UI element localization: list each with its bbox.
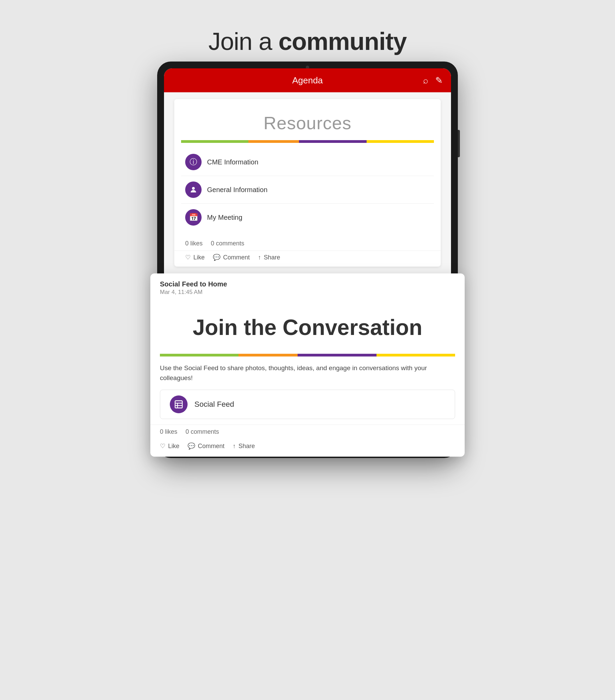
overlay-share-button[interactable]: ↑ Share [233, 442, 255, 450]
menu-item-general[interactable]: General Information [181, 176, 434, 204]
svg-rect-8 [175, 401, 183, 408]
share-button[interactable]: ↑ Share [258, 254, 280, 261]
overlay-action-row: ♡ Like 💬 Comment ↑ Share [150, 439, 465, 457]
overlay-comments-count: 0 comments [186, 428, 219, 436]
menu-item-cme[interactable]: ⓘ CME Information [181, 148, 434, 176]
overlay-color-yellow [377, 354, 455, 357]
resources-card: Resources ⓘ CME Information [174, 99, 441, 266]
resources-header: Resources [174, 99, 441, 140]
app-bar-icons: ⌕ ✎ [423, 75, 443, 86]
overlay-like-button[interactable]: ♡ Like [160, 442, 179, 450]
overlay-social-row: 0 likes 0 comments [150, 425, 465, 439]
overlay-color-green [160, 354, 238, 357]
overlay-comment-icon: 💬 [188, 442, 195, 450]
like-icon: ♡ [185, 254, 191, 261]
like-button[interactable]: ♡ Like [185, 254, 205, 261]
title-bold: community [278, 28, 406, 55]
comments-count: 0 comments [211, 240, 244, 247]
overlay-description: Use the Social Feed to share photos, tho… [150, 357, 465, 390]
share-label: Share [264, 254, 280, 261]
cme-icon: ⓘ [185, 154, 202, 170]
comment-button[interactable]: 💬 Comment [213, 254, 250, 261]
likes-count: 0 likes [185, 240, 203, 247]
overlay-like-label: Like [168, 442, 179, 450]
comment-label: Comment [223, 254, 250, 261]
like-label: Like [193, 254, 205, 261]
social-feed-overlay: Social Feed to Home Mar 4, 11:45 AM Join… [150, 273, 465, 457]
menu-item-meeting[interactable]: 📅 My Meeting [181, 204, 434, 231]
overlay-color-purple [298, 354, 376, 357]
overlay-like-icon: ♡ [160, 442, 165, 450]
overlay-hero: Join the Conversation [150, 298, 465, 354]
overlay-social-feed-item[interactable]: Social Feed [160, 390, 455, 419]
overlay-header: Social Feed to Home Mar 4, 11:45 AM [150, 273, 465, 298]
overlay-color-bar [160, 354, 455, 357]
social-row: 0 likes 0 comments [174, 237, 441, 251]
overlay-destination: Home [208, 280, 227, 288]
overlay-header-title: Social Feed to Home [160, 280, 455, 288]
color-bar-purple [299, 140, 366, 143]
comment-icon: 💬 [213, 254, 221, 261]
general-icon [185, 182, 202, 198]
menu-items-list: ⓘ CME Information General Information [174, 143, 441, 237]
overlay-color-orange [238, 354, 298, 357]
overlay-hero-title: Join the Conversation [160, 315, 455, 340]
overlay-share-icon: ↑ [233, 442, 236, 450]
title-prefix: Join a [209, 28, 278, 55]
color-bar-yellow [367, 140, 434, 143]
svg-point-0 [192, 187, 195, 190]
tablet-side-button [458, 130, 460, 157]
resources-color-bar [181, 140, 434, 143]
general-label: General Information [207, 186, 267, 194]
color-bar-orange [248, 140, 299, 143]
color-bar-green [181, 140, 248, 143]
app-bar: Agenda ⌕ ✎ [164, 68, 451, 92]
overlay-header-date: Mar 4, 11:45 AM [160, 289, 455, 296]
app-bar-title: Agenda [292, 75, 323, 86]
share-icon: ↑ [258, 254, 261, 261]
cme-label: CME Information [207, 158, 258, 166]
social-feed-icon [170, 396, 188, 413]
social-feed-label: Social Feed [194, 400, 234, 409]
overlay-prefix: Social Feed to [160, 280, 208, 288]
overlay-share-label: Share [238, 442, 255, 450]
overlay-likes-count: 0 likes [160, 428, 177, 436]
page-title: Join a community [209, 27, 406, 55]
action-row: ♡ Like 💬 Comment ↑ Share [174, 251, 441, 266]
search-icon[interactable]: ⌕ [423, 75, 428, 86]
overlay-comment-label: Comment [198, 442, 225, 450]
edit-icon[interactable]: ✎ [435, 75, 443, 86]
resources-title: Resources [263, 113, 352, 133]
meeting-icon: 📅 [185, 209, 202, 226]
overlay-comment-button[interactable]: 💬 Comment [188, 442, 225, 450]
meeting-label: My Meeting [207, 214, 242, 222]
